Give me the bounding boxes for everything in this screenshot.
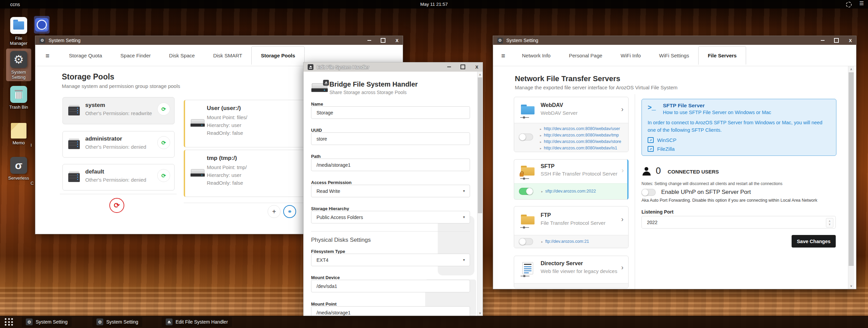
- close-button[interactable]: X: [848, 38, 853, 43]
- tab-file-servers[interactable]: File Servers: [698, 46, 746, 65]
- mount-device-input[interactable]: [311, 280, 470, 292]
- mount-point-input[interactable]: [311, 306, 470, 316]
- desktop-icon-file-manager[interactable]: File Manager: [6, 17, 32, 46]
- pool-card-system[interactable]: system Other's Permission: readwrite ⟳: [62, 97, 175, 124]
- scrollbar-thumb[interactable]: [478, 77, 482, 213]
- window-titlebar[interactable]: Edit File System Handler X: [304, 62, 483, 72]
- maximize-button[interactable]: [834, 38, 839, 43]
- dropdown-caret-icon: ▾: [463, 258, 465, 262]
- chevron-right-icon[interactable]: ›: [621, 215, 623, 223]
- sftp-toggle[interactable]: [519, 188, 533, 195]
- listening-port-input-wrap: ∧∨: [641, 216, 836, 229]
- bridge-link-button[interactable]: ⚭: [283, 205, 296, 218]
- webdav-endpoint-link[interactable]: ▸http://dev.arozos.com:8080/webdav/store: [540, 139, 621, 144]
- client-link-winscp[interactable]: ↗ WinSCP: [648, 137, 676, 143]
- dialog-subheading: Share Storage across Storage Pools: [329, 90, 406, 95]
- ftp-toggle[interactable]: [519, 238, 533, 245]
- listening-port-input[interactable]: [642, 216, 835, 228]
- path-input[interactable]: [311, 159, 470, 171]
- chevron-right-icon[interactable]: ›: [621, 105, 623, 113]
- pool-card-default[interactable]: default Other's Permission: denied ⟳: [62, 164, 175, 190]
- service-desc: File Transfer Protocol Server: [541, 220, 605, 226]
- desktop-icon-label: File Manager: [8, 36, 30, 46]
- taskbar-item-edit-fs-handler[interactable]: Edit File System Handler: [162, 317, 232, 327]
- tab-wifi-info[interactable]: WiFi Info: [612, 45, 650, 66]
- tab-disk-smart[interactable]: Disk SMART: [204, 45, 252, 66]
- dropdown-caret-icon: ▾: [463, 215, 465, 219]
- desktop-icon-label: Serverless: [8, 176, 29, 181]
- webdav-endpoint-link[interactable]: ▸http://dev.arozos.com:8080/webdav/user: [540, 126, 620, 131]
- upnp-toggle[interactable]: [641, 189, 656, 196]
- pool-sync-button[interactable]: ⟳: [157, 103, 170, 115]
- tab-storage-quota[interactable]: Storage Quota: [60, 45, 111, 66]
- desktop-icon-system-setting[interactable]: ⚙ System Setting: [6, 49, 32, 81]
- tab-network-info[interactable]: Network Info: [513, 45, 560, 66]
- window-scrollbar[interactable]: ∧ ∨: [848, 66, 854, 289]
- window-title: System Setting: [506, 38, 538, 43]
- webdav-endpoint-link[interactable]: ▸http://dev.arozos.com:8080/webdav/is1: [540, 146, 617, 150]
- reload-pools-button[interactable]: ⟳: [109, 198, 124, 213]
- scrollbar-thumb[interactable]: [849, 72, 854, 266]
- desktop-icon-serverless[interactable]: σ Serverless: [6, 157, 32, 181]
- tab-storage-pools[interactable]: Storage Pools: [251, 46, 305, 65]
- service-card-sftp[interactable]: SFTP SSH File Transfer Protocol Server ›…: [514, 159, 629, 200]
- service-card-webdav[interactable]: WebDAV WebDAV Server › ▸http://dev.arozo…: [514, 97, 629, 152]
- mount-point-label: Mount Point: [311, 302, 337, 307]
- taskbar-item-system-setting-1[interactable]: ⚙ System Setting: [22, 317, 72, 327]
- maximize-button[interactable]: [381, 38, 385, 43]
- pool-sync-button[interactable]: ⟳: [157, 136, 170, 149]
- close-button[interactable]: X: [474, 65, 479, 69]
- page-title: Network File Transfer Servers: [515, 74, 620, 83]
- tab-wifi-settings[interactable]: WiFi Settings: [650, 45, 698, 66]
- taskbar-item-system-setting-2[interactable]: ⚙ System Setting: [92, 317, 142, 327]
- menu-hamburger-icon[interactable]: ≡: [46, 52, 50, 60]
- window-titlebar[interactable]: ⚙ System Setting X: [493, 36, 856, 45]
- add-fs-handler-button[interactable]: +: [268, 205, 281, 218]
- storage-hierarchy-select[interactable]: Public Access Folders ▾: [311, 211, 470, 223]
- tab-bar: ≡ Network Info Personal Page WiFi Info W…: [493, 45, 856, 66]
- access-permission-select[interactable]: Read Write ▾: [311, 185, 470, 197]
- menu-hamburger-icon[interactable]: ≡: [501, 52, 505, 60]
- name-input[interactable]: [311, 106, 470, 119]
- topbar-menu-icon[interactable]: ☰: [860, 0, 864, 6]
- sftp-status-zone: ▸sftp://dev.arozos.com:2022: [514, 183, 627, 199]
- port-stepper[interactable]: ∧∨: [826, 218, 833, 227]
- app-launcher-button[interactable]: [5, 318, 14, 326]
- service-card-ftp[interactable]: FTP File Transfer Protocol Server › ▸ftp…: [514, 206, 629, 248]
- ftp-status-zone: ▸ftp://dev.arozos.com:21: [514, 235, 628, 248]
- tab-disk-space[interactable]: Disk Space: [160, 45, 204, 66]
- desktop-icon-memo[interactable]: Memo: [6, 123, 32, 145]
- client-link-filezilla[interactable]: ↗ FileZilla: [648, 146, 675, 152]
- pool-card-administrator[interactable]: administrator Other's Permission: denied…: [62, 131, 175, 158]
- pool-sync-button[interactable]: ⟳: [157, 169, 170, 182]
- directory-status-zone: [514, 283, 628, 288]
- pool-name: administrator: [85, 135, 122, 142]
- desktop-icon-trash-bin[interactable]: Trash Bin: [6, 86, 32, 110]
- tab-space-finder[interactable]: Space Finder: [111, 45, 160, 66]
- chevron-right-icon[interactable]: ›: [621, 166, 624, 174]
- taskbar: ⚙ System Setting ⚙ System Setting Edit F…: [0, 316, 868, 328]
- minimize-button[interactable]: [367, 38, 372, 43]
- sftp-endpoint-link[interactable]: ▸sftp://dev.arozos.com:2022: [541, 189, 596, 194]
- uuid-input[interactable]: [311, 132, 470, 145]
- close-button[interactable]: X: [395, 38, 399, 43]
- desktop-icon-music-selected[interactable]: [34, 16, 50, 34]
- ftp-endpoint-link[interactable]: ▸ftp://dev.arozos.com:21: [541, 239, 589, 244]
- pool-name: default: [85, 168, 104, 175]
- gear-icon: ⚙: [26, 318, 33, 325]
- maximize-button[interactable]: [460, 65, 465, 69]
- window-titlebar[interactable]: ⚙ System Setting X: [35, 36, 403, 45]
- dialog-scrollbar[interactable]: ∧ ∨: [477, 72, 483, 316]
- listening-port-label: Listening Port: [641, 209, 673, 215]
- status-spinner-icon[interactable]: [846, 2, 852, 7]
- notes-text: Notes: Setting change will disconnect al…: [641, 181, 782, 186]
- webdav-toggle[interactable]: [519, 133, 533, 141]
- webdav-endpoint-link[interactable]: ▸http://dev.arozos.com:8080/webdav/tmp: [540, 133, 619, 138]
- tab-personal-page[interactable]: Personal Page: [560, 45, 611, 66]
- filesystem-type-select[interactable]: EXT4 ▾: [311, 254, 470, 266]
- save-changes-button[interactable]: Save Changes: [792, 235, 836, 248]
- minimize-button[interactable]: [820, 38, 825, 43]
- service-card-directory-server[interactable]: Directory Server Web file viewer for leg…: [514, 256, 629, 288]
- minimize-button[interactable]: [447, 65, 451, 69]
- chevron-right-icon[interactable]: ›: [621, 263, 623, 271]
